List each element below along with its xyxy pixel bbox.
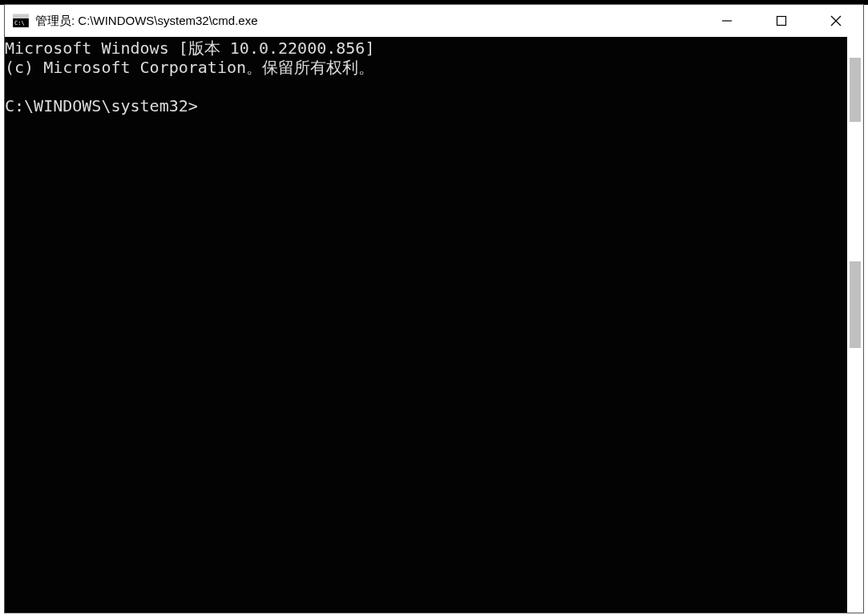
terminal-wrap: Microsoft Windows [版本 10.0.22000.856] (c… [5, 37, 863, 613]
window-controls [700, 5, 863, 37]
maximize-button[interactable] [754, 5, 809, 37]
scrollbar-thumb[interactable] [850, 261, 861, 348]
terminal-line: (c) Microsoft Corporation。保留所有权利。 [5, 58, 374, 77]
close-button[interactable] [809, 5, 863, 37]
cmd-window: C:\ 管理员: C:\WINDOWS\system32\cmd.exe Mic… [4, 4, 864, 613]
minimize-button[interactable] [700, 5, 754, 37]
window-titlebar[interactable]: C:\ 管理员: C:\WINDOWS\system32\cmd.exe [5, 5, 863, 37]
window-title: 管理员: C:\WINDOWS\system32\cmd.exe [35, 14, 700, 29]
cmd-icon: C:\ [13, 13, 29, 29]
terminal-prompt: C:\WINDOWS\system32> [5, 96, 198, 115]
vertical-scrollbar[interactable] [847, 37, 863, 613]
svg-rect-1 [13, 14, 29, 18]
terminal-line: Microsoft Windows [版本 10.0.22000.856] [5, 38, 374, 58]
scrollbar-thumb[interactable] [850, 58, 861, 122]
svg-rect-4 [777, 17, 786, 26]
svg-text:C:\: C:\ [14, 20, 25, 26]
terminal-output[interactable]: Microsoft Windows [版本 10.0.22000.856] (c… [5, 37, 847, 613]
